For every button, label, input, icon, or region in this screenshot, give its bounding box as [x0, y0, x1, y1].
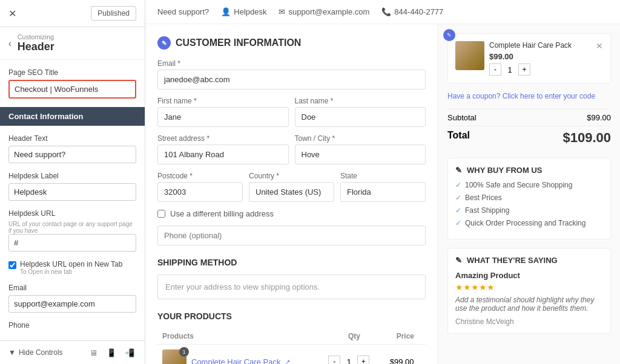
why-buy-item-3: ✓ Quick Order Processing and Tracking: [455, 219, 603, 227]
why-buy-text-3: Quick Order Processing and Tracking: [465, 219, 585, 227]
testimonial-stars: ★★★★★: [455, 282, 603, 292]
helpdesk-url-label: Helpdesk URL: [8, 209, 136, 218]
qty-control: - 1 +: [328, 356, 380, 364]
back-arrow-icon[interactable]: ‹: [8, 39, 12, 48]
shipping-method-section: SHIPPING METHOD Enter your address to vi…: [157, 258, 426, 299]
state-field[interactable]: [340, 182, 426, 202]
order-summary-edit-icon[interactable]: ✎: [443, 29, 455, 41]
billing-checkbox[interactable]: [157, 210, 165, 218]
helpdesk-link[interactable]: Helpdesk: [234, 7, 266, 16]
shipping-placeholder: Enter your address to view shipping opti…: [157, 275, 426, 299]
main-content: Need support? 👤 Helpdesk ✉ support@examp…: [145, 0, 620, 364]
mobile-icon[interactable]: 📲: [123, 346, 136, 359]
helpdesk-person-icon: 👤: [221, 7, 231, 16]
helpdesk-newtab-row: Helpdesk URL open in New Tab To Open in …: [8, 260, 136, 275]
first-name-label: First name *: [157, 97, 289, 105]
seo-title-group: Page SEO Title: [8, 68, 136, 99]
helpdesk-newtab-group: Helpdesk URL open in New Tab To Open in …: [8, 260, 136, 275]
town-field[interactable]: [295, 145, 426, 164]
left-panel: ✕ Published ‹ Customizing Header Page SE…: [0, 0, 145, 364]
check-icon-1: ✓: [455, 193, 461, 202]
postcode-field[interactable]: [157, 182, 243, 202]
country-field[interactable]: [249, 182, 334, 202]
subtotal-label: Subtotal: [447, 113, 477, 122]
why-buy-item-2: ✓ Fast Shipping: [455, 206, 603, 215]
left-top-bar: ✕ Published: [0, 0, 145, 27]
products-col-header: Products: [157, 328, 323, 345]
check-icon-0: ✓: [455, 181, 461, 189]
geo-row: Postcode * Country * State: [157, 172, 426, 209]
last-name-field[interactable]: [295, 107, 426, 127]
top-bar: Need support? 👤 Helpdesk ✉ support@examp…: [145, 0, 620, 24]
page-title: Header: [18, 41, 54, 53]
subtotal-value: $99.00: [587, 113, 611, 122]
helpdesk-newtab-checkbox[interactable]: [8, 261, 16, 269]
qty-value: 1: [343, 357, 355, 365]
qty-col-header: Qty: [323, 328, 384, 345]
email-field[interactable]: [157, 70, 426, 89]
customer-info-title: ✎ CUSTOMER INFORMATION: [157, 36, 426, 50]
phone-optional-field[interactable]: [157, 226, 426, 245]
address-row: Street address * Town / City *: [157, 134, 426, 172]
customer-info-edit-icon[interactable]: ✎: [157, 36, 171, 50]
checkout-area: ✎ CUSTOMER INFORMATION Email * First nam…: [145, 24, 620, 364]
order-item-name: Complete Hair Care Pack: [489, 41, 591, 50]
why-buy-text-2: Fast Shipping: [465, 206, 509, 215]
breadcrumb: Customizing: [18, 33, 54, 41]
email-icon: ✉: [279, 7, 285, 16]
street-field[interactable]: [157, 145, 289, 164]
state-row: State: [340, 172, 426, 202]
country-label: Country *: [249, 172, 334, 180]
subtotal-row: Subtotal $99.00: [447, 109, 611, 126]
testimonial-edit-icon[interactable]: ✎: [455, 256, 462, 265]
your-products-title: YOUR PRODUCTS: [157, 311, 426, 321]
state-label: State: [340, 172, 426, 180]
order-qty-increase-button[interactable]: +: [518, 63, 530, 76]
phone-item: 📞 844-440-2777: [381, 7, 443, 16]
helpdesk-newtab-sublabel: To Open in new tab: [20, 268, 122, 275]
email-input[interactable]: [8, 295, 136, 313]
why-buy-edit-icon[interactable]: ✎: [455, 166, 462, 175]
total-row: Total $109.00: [447, 126, 611, 149]
desktop-icon[interactable]: 🖥: [87, 346, 100, 359]
product-thumbnail: 1: [162, 349, 186, 364]
order-item-remove-button[interactable]: ✕: [596, 41, 603, 51]
header-text-input[interactable]: [8, 146, 136, 163]
left-bottom-bar: ▼ Hide Controls 🖥 📱 📲: [0, 340, 145, 364]
town-row: Town / City *: [295, 134, 426, 164]
helpdesk-url-input[interactable]: [8, 234, 136, 252]
why-buy-item-1: ✓ Best Prices: [455, 193, 603, 202]
shipping-method-title: SHIPPING METHOD: [157, 258, 426, 267]
close-button[interactable]: ✕: [8, 8, 16, 19]
qty-decrease-button[interactable]: -: [328, 356, 340, 364]
qty-increase-button[interactable]: +: [357, 356, 369, 364]
tablet-icon[interactable]: 📱: [105, 346, 118, 359]
product-row-cell: 1 Complete Hair Care Pack ↗: [162, 349, 318, 364]
published-button[interactable]: Published: [91, 6, 136, 21]
checkout-right: ✎ Complete Hair Care Pack $99.00 - 1 + ✕: [438, 24, 620, 364]
town-label: Town / City *: [295, 134, 426, 143]
left-content: Page SEO Title Contact Information Heade…: [0, 60, 145, 340]
seo-title-input[interactable]: [8, 80, 136, 99]
total-value: $109.00: [562, 130, 611, 146]
eye-icon: ▼: [8, 348, 16, 357]
coupon-link[interactable]: Have a coupon? Click here to enter your …: [447, 92, 611, 100]
why-buy-text-0: 100% Safe and Secure Shopping: [465, 181, 572, 189]
testimonial-section: ✎ WHAT THEY'RE SAYING Amazing Product ★★…: [447, 248, 611, 334]
hide-controls-label: Hide Controls: [19, 348, 63, 357]
hide-controls-button[interactable]: ▼ Hide Controls: [8, 348, 63, 357]
phone-form-row: [157, 226, 426, 245]
testimonial-author: Christine McVeigh: [455, 317, 603, 326]
helpdesk-label-input[interactable]: [8, 183, 136, 201]
product-name-link[interactable]: Complete Hair Care Pack: [191, 357, 280, 365]
first-name-field[interactable]: [157, 107, 289, 127]
helpdesk-url-group: Helpdesk URL URL of your contact page or…: [8, 209, 136, 252]
check-icon-2: ✓: [455, 206, 461, 215]
order-qty-decrease-button[interactable]: -: [489, 63, 501, 76]
email-label: Email: [8, 284, 136, 292]
why-buy-header: ✎ WHY BUY FROM US: [455, 166, 603, 175]
last-name-label: Last name *: [295, 97, 426, 105]
order-item-thumbnail: [455, 41, 484, 70]
product-badge: 1: [179, 347, 189, 357]
table-row: 1 Complete Hair Care Pack ↗ - 1: [157, 345, 426, 365]
